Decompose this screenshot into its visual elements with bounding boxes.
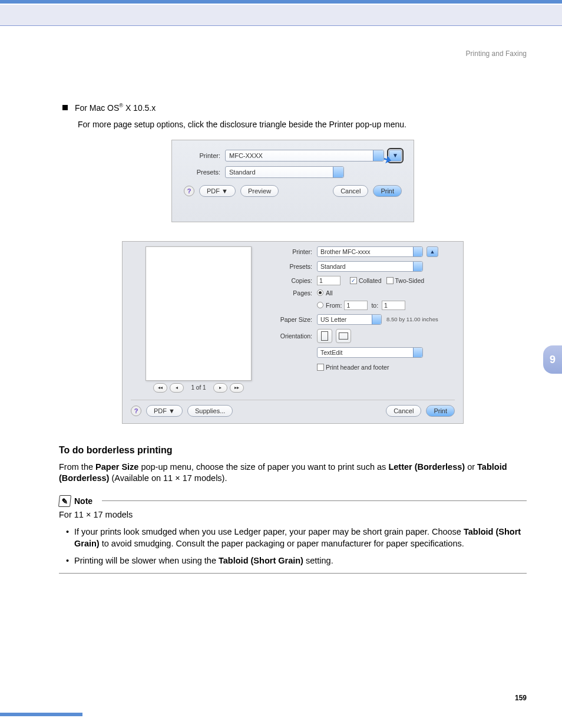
presets-select[interactable]: Standard <box>225 166 344 178</box>
help-button[interactable]: ? <box>184 186 194 196</box>
page-content: For Mac OS® X 10.5.x For more page setup… <box>0 26 562 574</box>
papersize-dim: 8.50 by 11.00 inches <box>386 316 438 322</box>
pages-from-radio[interactable] <box>317 302 323 308</box>
printer-select[interactable]: MFC-XXXX <box>225 150 384 162</box>
twosided-label: Two-Sided <box>395 277 425 284</box>
note-subtitle: For 11 × 17 models <box>59 509 527 521</box>
landscape-icon <box>339 332 348 340</box>
printer-value: MFC-XXXX <box>229 152 263 159</box>
page-number: 159 <box>515 694 527 702</box>
note-rule <box>102 500 527 501</box>
orientation-landscape-button[interactable] <box>336 329 351 343</box>
select-stepper-icon <box>373 150 384 161</box>
pdf-button[interactable]: PDF ▼ <box>199 185 236 197</box>
select-stepper-icon <box>413 348 422 357</box>
presets-value: Standard <box>320 263 346 270</box>
pdf-button[interactable]: PDF ▼ <box>146 405 183 417</box>
pages-all-label: All <box>326 289 333 297</box>
print-settings-form: Printer: Brother MFC-xxxx ▲ Presets: Sta… <box>266 246 455 397</box>
registered-mark: ® <box>119 103 123 108</box>
pane-value: TextEdit <box>320 349 342 356</box>
print-dialog-expanded: ◂◂ ◂ 1 of 1 ▸ ▸▸ Printer: Brother MFC-xx… <box>122 241 464 424</box>
note-heading: ✎ Note <box>59 495 527 507</box>
pages-to-label: to: <box>371 302 378 309</box>
print-header-checkbox[interactable] <box>317 364 324 371</box>
note-icon: ✎ <box>58 495 71 507</box>
nav-next-button[interactable]: ▸ <box>213 383 227 393</box>
cancel-button[interactable]: Cancel <box>386 405 421 417</box>
print-dialog-collapsed: ➘ Printer: MFC-XXXX ▼ Presets: Standard … <box>171 140 414 222</box>
papersize-label: Paper Size: <box>270 316 317 323</box>
nav-counter: 1 of 1 <box>191 384 206 391</box>
portrait-icon <box>321 331 328 341</box>
bullet-subtext: For more page setup options, click the d… <box>78 120 527 129</box>
pages-all-radio[interactable] <box>317 289 323 296</box>
pages-from-label: From: <box>326 302 342 309</box>
to-input[interactable]: 1 <box>382 301 405 310</box>
printer-label: Printer: <box>270 248 317 255</box>
nav-last-button[interactable]: ▸▸ <box>230 383 244 393</box>
select-stepper-icon <box>413 247 422 256</box>
supplies-button[interactable]: Supplies... <box>187 405 233 417</box>
note-label: Note <box>74 496 92 506</box>
chapter-tab: 9 <box>543 345 562 374</box>
twosided-checkbox[interactable] <box>386 277 394 284</box>
top-stripe <box>0 0 562 4</box>
preview-nav: ◂◂ ◂ 1 of 1 ▸ ▸▸ <box>153 383 243 393</box>
from-input[interactable]: 1 <box>344 301 368 310</box>
cancel-button[interactable]: Cancel <box>333 185 368 197</box>
print-header-label: Print header and footer <box>326 364 389 371</box>
breadcrumb: Printing and Faxing <box>466 50 527 58</box>
orientation-portrait-button[interactable] <box>317 329 332 343</box>
nav-first-button[interactable]: ◂◂ <box>153 383 167 393</box>
copies-label: Copies: <box>270 277 317 284</box>
bullet-text-pre: For Mac OS <box>75 103 119 113</box>
preview-button[interactable]: Preview <box>240 185 279 197</box>
top-band <box>0 5 562 26</box>
presets-value: Standard <box>229 169 256 176</box>
nav-prev-button[interactable]: ◂ <box>170 383 184 393</box>
select-stepper-icon <box>372 315 381 324</box>
select-stepper-icon <box>413 262 422 271</box>
papersize-select[interactable]: US Letter <box>317 314 382 325</box>
collapse-button[interactable]: ▲ <box>427 246 438 257</box>
printer-label: Printer: <box>184 152 225 159</box>
preview-page <box>146 246 252 381</box>
papersize-value: US Letter <box>320 316 346 323</box>
note-end-rule <box>59 573 527 574</box>
presets-label: Presets: <box>270 263 317 270</box>
bullet-text-post: X 10.5.x <box>123 103 156 113</box>
bullet-square-icon <box>62 105 68 110</box>
copies-input[interactable]: 1 <box>317 276 340 285</box>
collated-label: Collated <box>359 277 382 284</box>
collated-checkbox[interactable] <box>350 277 357 284</box>
note-list: If your prints look smudged when you use… <box>66 526 527 567</box>
pages-label: Pages: <box>270 289 317 297</box>
help-button[interactable]: ? <box>131 406 141 416</box>
list-item: If your prints look smudged when you use… <box>66 526 527 549</box>
pane-select[interactable]: TextEdit <box>317 347 423 358</box>
select-stepper-icon <box>333 167 343 177</box>
list-item: Printing will be slower when using the T… <box>66 555 527 567</box>
section-heading: To do borderless printing <box>59 445 527 456</box>
printer-select[interactable]: Brother MFC-xxxx <box>317 246 423 257</box>
bullet-item: For Mac OS® X 10.5.x <box>62 103 527 113</box>
orientation-label: Orientation: <box>270 332 317 340</box>
section-paragraph: From the Paper Size pop-up menu, choose … <box>59 462 527 485</box>
print-button[interactable]: Print <box>373 185 402 197</box>
print-preview-pane: ◂◂ ◂ 1 of 1 ▸ ▸▸ <box>131 246 266 394</box>
printer-value: Brother MFC-xxxx <box>320 248 371 255</box>
presets-label: Presets: <box>184 169 225 176</box>
presets-select[interactable]: Standard <box>317 261 423 272</box>
footer-bar <box>0 713 82 716</box>
print-button[interactable]: Print <box>426 405 455 417</box>
